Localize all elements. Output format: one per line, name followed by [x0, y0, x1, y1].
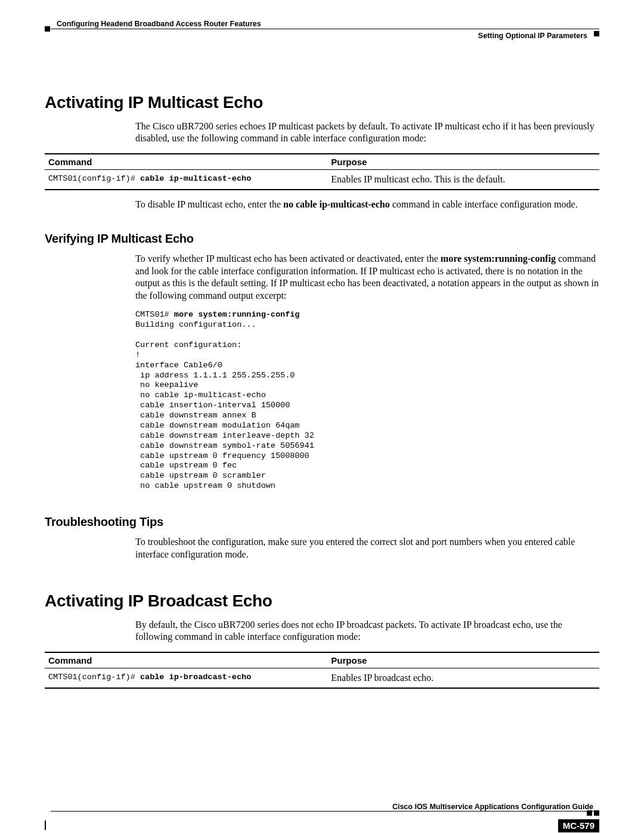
running-header: Configuring Headend Broadband Access Rou… [45, 20, 599, 52]
purpose-cell: Enables IP broadcast echo. [327, 668, 599, 688]
footer-rule [51, 811, 599, 812]
header-accent-block [45, 26, 50, 32]
section-title: Setting Optional IP Parameters [478, 32, 587, 40]
command-cell: CMTS01(config-if)# cable ip-broadcast-ec… [45, 668, 327, 688]
command-table-broadcast: Command Purpose CMTS01(config-if)# cable… [45, 652, 599, 689]
heading-activating-broadcast: Activating IP Broadcast Echo [45, 592, 599, 611]
footer-accent-block [594, 810, 599, 816]
chapter-title: Configuring Headend Broadband Access Rou… [57, 20, 261, 28]
command-table-multicast: Command Purpose CMTS01(config-if)# cable… [45, 153, 599, 190]
table-header-purpose: Purpose [327, 652, 599, 668]
table-row: CMTS01(config-if)# cable ip-broadcast-ec… [45, 668, 599, 688]
table-header-purpose: Purpose [327, 154, 599, 170]
footer-accent-block [587, 810, 592, 816]
heading-activating-multicast: Activating IP Multicast Echo [45, 93, 599, 112]
header-accent-block-right [594, 31, 599, 36]
paragraph: To verify whether IP multicast echo has … [135, 253, 599, 302]
heading-troubleshooting: Troubleshooting Tips [45, 515, 599, 529]
header-rule [51, 29, 599, 29]
table-row: CMTS01(config-if)# cable ip-multicast-ec… [45, 169, 599, 190]
paragraph: To troubleshoot the configuration, make … [135, 536, 599, 561]
table-header-command: Command [45, 652, 327, 668]
table-header-command: Command [45, 154, 327, 170]
guide-title: Cisco IOS Multiservice Applications Conf… [45, 803, 599, 811]
code-block: CMTS01# more system:running-config Build… [135, 310, 599, 491]
page-number: MC-579 [558, 819, 599, 832]
page: Configuring Headend Broadband Access Rou… [0, 0, 644, 833]
paragraph: The Cisco uBR7200 series echoes IP multi… [135, 120, 599, 145]
heading-verifying-multicast: Verifying IP Multicast Echo [45, 232, 599, 246]
footer-left-mark [45, 820, 49, 830]
command-cell: CMTS01(config-if)# cable ip-multicast-ec… [45, 169, 327, 190]
purpose-cell: Enables IP multicast echo. This is the d… [327, 169, 599, 190]
paragraph: To disable IP multicast echo, enter the … [135, 199, 599, 210]
paragraph: By default, the Cisco uBR7200 series doe… [135, 619, 599, 643]
